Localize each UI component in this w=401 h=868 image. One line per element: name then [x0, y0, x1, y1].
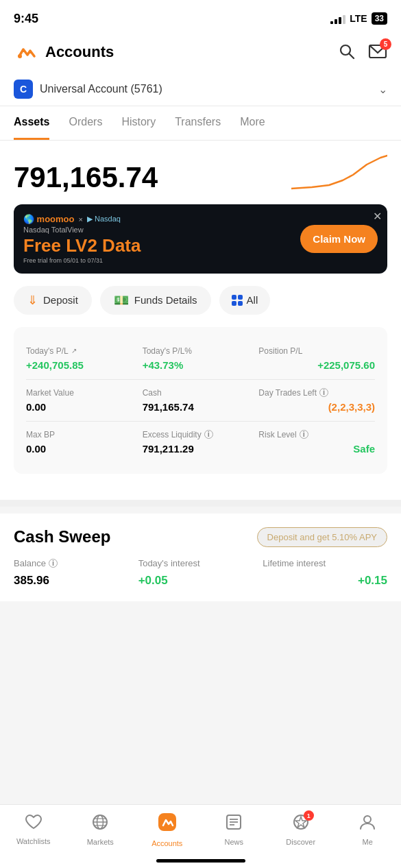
nav-markets[interactable]: Markets: [67, 813, 134, 846]
banner-title: Free LV2 Data: [23, 236, 292, 256]
nav-accounts[interactable]: Accounts: [134, 812, 201, 847]
home-indicator: [156, 859, 245, 863]
tab-assets[interactable]: Assets: [14, 106, 49, 140]
news-icon: [225, 813, 243, 835]
todays-interest-stat: Today's interest +0.05: [138, 558, 263, 588]
markets-label: Markets: [87, 838, 114, 846]
info-icon-2: i: [204, 430, 213, 439]
cash-stats-grid: Balance i 385.96 Today's interest +0.05 …: [14, 558, 387, 588]
max-bp-stat: Max BP 0.00: [26, 423, 143, 461]
discover-badge: 1: [304, 810, 314, 821]
balance-stat: Balance i 385.96: [14, 558, 138, 588]
nav-news[interactable]: News: [201, 813, 268, 846]
status-bar: 9:45 LTE 33: [0, 0, 401, 34]
globe-icon: [91, 813, 109, 835]
app-logo: [14, 40, 38, 64]
lifetime-interest-stat: Lifetime interest +0.15: [263, 558, 387, 588]
status-time: 9:45: [14, 12, 38, 26]
tab-more[interactable]: More: [240, 106, 265, 140]
todays-pl-value: +240,705.85: [26, 359, 143, 371]
banner-subtitle: Nasdaq TotalView: [23, 226, 292, 234]
main-content: 791,165.74 🌎 moomoo × ▶ Nasdaq Nasdaq To…: [0, 141, 401, 500]
excess-liquidity-stat: Excess Liquidity i 791,211.29: [143, 423, 259, 461]
lte-label: LTE: [350, 13, 367, 24]
signal-icon: [330, 13, 345, 24]
svg-point-17: [364, 816, 371, 823]
all-button[interactable]: All: [219, 286, 271, 315]
apy-badge-button[interactable]: Deposit and get 5.10% APY: [257, 527, 387, 547]
tab-orders[interactable]: Orders: [69, 106, 102, 140]
risk-level-value: Safe: [258, 443, 375, 455]
excess-liquidity-value: 791,211.29: [143, 443, 259, 455]
funds-details-button[interactable]: 💵 Funds Details: [100, 286, 211, 315]
grid-icon: [232, 295, 243, 306]
banner-trial: Free trial from 05/01 to 07/31: [23, 257, 292, 264]
stats-grid: Today's P/L ↗ +240,705.85 Today's P/L% +…: [26, 339, 375, 461]
account-name: Universal Account (5761): [40, 83, 162, 95]
notification-badge: 5: [380, 38, 391, 50]
section-divider: [0, 500, 401, 507]
portfolio-section: 791,165.74: [14, 154, 387, 192]
discover-label: Discover: [286, 838, 315, 846]
page-title: Accounts: [45, 43, 114, 61]
me-label: Me: [363, 838, 373, 846]
inbox-button[interactable]: 5: [368, 43, 387, 62]
nav-discover[interactable]: 1 Discover: [267, 813, 335, 846]
heart-icon: [25, 814, 42, 834]
risk-level-stat: Risk Level i Safe: [258, 423, 375, 461]
portfolio-value: 791,165.74: [14, 163, 158, 192]
banner-close-button[interactable]: ✕: [373, 210, 382, 223]
position-pl-stat: Position P/L +225,075.60: [258, 339, 375, 378]
status-right: LTE 33: [330, 12, 387, 25]
info-icon: i: [319, 388, 328, 397]
deposit-button[interactable]: ⇓ Deposit: [14, 286, 92, 315]
todays-pl-pct-value: +43.73%: [143, 359, 259, 371]
svg-point-1: [18, 54, 22, 58]
promo-banner: 🌎 moomoo × ▶ Nasdaq Nasdaq TotalView Fre…: [14, 204, 387, 274]
me-icon: [359, 813, 376, 835]
account-selector[interactable]: C Universal Account (5761) ⌄: [0, 73, 401, 106]
tab-transfers[interactable]: Transfers: [175, 106, 221, 140]
nav-watchlists[interactable]: Watchlists: [0, 814, 67, 845]
todays-interest-value: +0.05: [138, 574, 263, 588]
market-value-value: 0.00: [26, 401, 143, 413]
day-trades-stat: Day Trades Left i (2,2,3,3,3): [258, 381, 375, 420]
balance-value: 385.96: [14, 574, 138, 588]
tab-bar: Assets Orders History Transfers More: [0, 106, 401, 141]
stats-card: Today's P/L ↗ +240,705.85 Today's P/L% +…: [14, 327, 387, 474]
lifetime-interest-value: +0.15: [263, 574, 387, 588]
cash-value: 791,165.74: [143, 401, 259, 413]
cash-stat: Cash 791,165.74: [143, 381, 259, 420]
svg-line-3: [350, 53, 354, 58]
portfolio-chart: [291, 154, 387, 192]
chevron-down-icon: ⌄: [378, 83, 387, 96]
max-bp-value: 0.00: [26, 443, 143, 455]
cash-sweep-section: Cash Sweep Deposit and get 5.10% APY Bal…: [0, 514, 401, 601]
search-button[interactable]: [338, 43, 356, 62]
balance-info-icon: i: [49, 559, 58, 568]
day-trades-value: (2,2,3,3,3): [258, 401, 375, 413]
nav-me[interactable]: Me: [335, 813, 402, 846]
market-value-stat: Market Value 0.00: [26, 381, 143, 420]
tab-history[interactable]: History: [121, 106, 156, 140]
discover-icon: 1: [292, 813, 310, 835]
position-pl-value: +225,075.60: [258, 359, 375, 371]
funds-icon: 💵: [114, 293, 129, 308]
action-buttons: ⇓ Deposit 💵 Funds Details All: [14, 286, 387, 315]
accounts-label: Accounts: [151, 839, 182, 847]
battery-indicator: 33: [372, 12, 387, 25]
cash-sweep-title: Cash Sweep: [14, 527, 110, 546]
account-icon: [157, 812, 178, 836]
news-label: News: [224, 838, 243, 846]
claim-now-button[interactable]: Claim Now: [300, 225, 378, 253]
app-header: Accounts 5: [0, 34, 401, 73]
deposit-icon: ⇓: [27, 293, 38, 308]
todays-pl-stat: Today's P/L ↗ +240,705.85: [26, 339, 143, 378]
account-logo: C: [14, 80, 33, 99]
todays-pl-pct-stat: Today's P/L% +43.73%: [143, 339, 259, 378]
watchlists-label: Watchlists: [16, 837, 51, 845]
info-icon-3: i: [300, 430, 308, 439]
